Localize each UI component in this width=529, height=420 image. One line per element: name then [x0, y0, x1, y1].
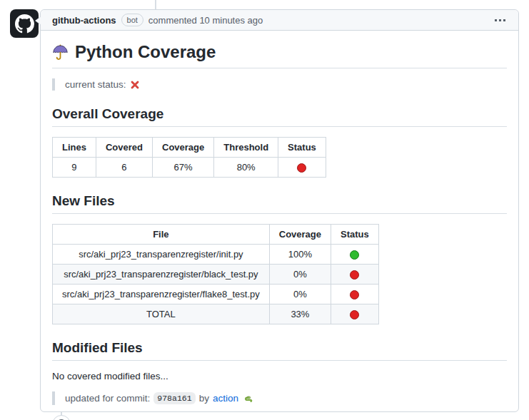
updated-commit-quote: updated for commit: 978a161 by action	[52, 391, 507, 405]
avatar[interactable]	[10, 9, 39, 38]
status-dot-icon	[350, 290, 359, 299]
col-status: Status	[331, 225, 379, 245]
overall-coverage-table: Lines Covered Coverage Threshold Status …	[52, 137, 326, 178]
table-row: src/aki_prj23_transparenzregister/init.p…	[53, 245, 379, 265]
col-threshold: Threshold	[214, 138, 278, 158]
current-status-quote: current status:	[52, 78, 507, 91]
github-comment-page: github-actions bot commented 10 minutes …	[0, 0, 529, 420]
status-dot-icon	[350, 250, 359, 260]
col-file: File	[53, 225, 270, 245]
status-dot-icon	[350, 310, 359, 319]
col-coverage: Coverage	[153, 138, 214, 158]
author-link[interactable]: github-actions	[52, 15, 116, 26]
status-dot-icon	[350, 270, 359, 280]
commit-sha: 978a161	[153, 392, 195, 404]
timestamp-link[interactable]: commented 10 minutes ago	[148, 15, 263, 26]
comment-card: github-actions bot commented 10 minutes …	[40, 9, 519, 412]
col-covered: Covered	[96, 138, 152, 158]
overall-coverage-heading: Overall Coverage	[52, 106, 507, 127]
kebab-menu-button[interactable]	[493, 16, 507, 24]
col-status: Status	[278, 138, 326, 158]
timeline-line-top	[155, 0, 156, 9]
col-lines: Lines	[53, 138, 96, 158]
table-row: 9 6 67% 80%	[53, 158, 326, 178]
col-coverage: Coverage	[269, 225, 331, 245]
cross-mark-icon	[130, 80, 140, 90]
add-reaction-button[interactable]	[52, 415, 71, 420]
bot-badge: bot	[121, 14, 143, 26]
updated-label: updated for commit:	[65, 393, 150, 404]
table-row: src/aki_prj23_transparenzregister/flake8…	[53, 285, 379, 304]
new-files-table: File Coverage Status src/aki_prj23_trans…	[52, 224, 379, 324]
status-dot-icon	[297, 163, 306, 173]
report-title-text: Python Coverage	[75, 42, 216, 62]
umbrella-icon	[52, 44, 69, 61]
current-status-label: current status:	[65, 79, 126, 90]
comment-header: github-actions bot commented 10 minutes …	[41, 10, 518, 31]
table-header-row: File Coverage Status	[53, 225, 379, 245]
no-modified-files-text: No covered modified files...	[52, 371, 507, 381]
table-row-total: TOTAL 33%	[53, 304, 379, 324]
comment-body: Python Coverage current status: Overall …	[41, 31, 518, 420]
by-label: by	[199, 393, 209, 404]
table-header-row: Lines Covered Coverage Threshold Status	[53, 138, 326, 158]
github-octocat-icon	[15, 14, 34, 34]
table-row: src/aki_prj23_transparenzregister/black_…	[53, 265, 379, 285]
action-link[interactable]: action	[213, 393, 238, 404]
report-title: Python Coverage	[52, 42, 507, 68]
new-files-heading: New Files	[52, 193, 507, 214]
modified-files-heading: Modified Files	[52, 340, 507, 361]
snake-icon	[242, 393, 253, 404]
